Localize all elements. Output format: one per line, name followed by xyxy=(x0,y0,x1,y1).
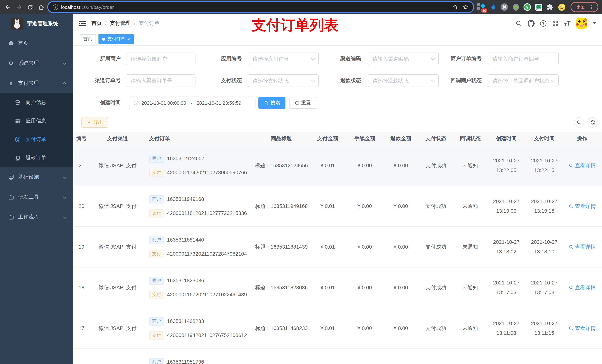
browser-forward-button[interactable] xyxy=(13,1,24,13)
active-tag-dot xyxy=(102,38,105,41)
bookmark-star-icon[interactable] xyxy=(463,4,469,10)
browser-back-button[interactable] xyxy=(2,1,13,13)
tag-home[interactable]: 首页 xyxy=(80,34,96,44)
search-icon xyxy=(569,245,573,249)
breadcrumb-pay[interactable]: 支付管理 xyxy=(110,20,131,27)
cell-refund-amount: ¥ 0.00 xyxy=(383,325,418,332)
sidebar-item-refund-order[interactable]: 退款订单 xyxy=(0,149,73,167)
export-button[interactable]: 导出 xyxy=(81,117,108,128)
toggle-search-button[interactable] xyxy=(574,117,584,128)
view-detail-link[interactable]: 查看详情 xyxy=(569,203,596,210)
extension-green-dot-icon[interactable] xyxy=(511,2,520,12)
share-icon[interactable] xyxy=(452,4,458,10)
search-icon xyxy=(569,285,573,290)
view-detail-link[interactable]: 查看详情 xyxy=(569,243,596,250)
sidebar-logo[interactable]: 芋道管理系统 xyxy=(0,14,73,33)
sidebar-item-workflow[interactable]: 工作流程 xyxy=(0,207,73,227)
reset-button[interactable]: 重置 xyxy=(289,97,316,109)
extension-command-icon[interactable]: ⌘ xyxy=(500,2,509,12)
refresh-icon xyxy=(294,100,299,105)
cell-notify-status: 未通知 xyxy=(453,243,487,250)
search-icon xyxy=(264,100,269,105)
cell-order-id: 17 xyxy=(74,325,89,332)
table-row[interactable]: 商户 1635311951796 支付 查看详情 xyxy=(74,349,602,364)
cell-refund-amount: ¥ 0.00 xyxy=(383,203,418,210)
shop-icon xyxy=(14,100,21,105)
browser-menu-dots-icon[interactable]: ⋮ xyxy=(589,4,594,10)
page-annotation: 支付订单列表 xyxy=(252,15,338,35)
cell-actions: 查看详情 xyxy=(563,162,602,169)
yen-icon: ¥ xyxy=(8,80,14,86)
channel-transaction-no: 4200001174202110278060590766 xyxy=(167,169,247,176)
cell-pay-amount: ¥ 0.01 xyxy=(309,325,346,332)
sidebar-item-app-info[interactable]: 应用信息 xyxy=(0,112,73,130)
merchant-order-no: 1635312124657 xyxy=(167,155,204,162)
breadcrumb-home[interactable]: 首页 xyxy=(91,20,102,27)
extension-chat-icon[interactable] xyxy=(534,2,543,12)
chevron-down-icon xyxy=(63,216,67,218)
table-row[interactable]: 20 微信 JSAPI 支付 商户 1635311949168 支付 42000… xyxy=(74,186,602,227)
help-icon[interactable]: ? xyxy=(540,20,547,26)
fullscreen-icon[interactable] xyxy=(552,20,559,27)
toolbox-icon xyxy=(8,194,14,200)
view-detail-link[interactable]: 查看详情 xyxy=(569,284,596,291)
github-icon[interactable] xyxy=(527,20,535,27)
avatar[interactable] xyxy=(576,18,587,29)
cell-actions: 查看详情 xyxy=(563,203,602,210)
sidebar-toggle-button[interactable] xyxy=(79,21,86,26)
avatar-caret-icon[interactable] xyxy=(593,22,596,24)
sidebar-item-pay[interactable]: ¥ 支付管理 xyxy=(0,73,73,93)
extension-diamond-icon[interactable]: 10 xyxy=(477,2,486,12)
logo-rabbit-image xyxy=(11,18,23,30)
search-icon xyxy=(569,163,573,168)
sidebar-item-pay-order[interactable]: 支付订单 xyxy=(0,130,73,149)
merchant-order-no-input[interactable] xyxy=(492,56,549,62)
channel-code-select[interactable] xyxy=(372,56,429,62)
download-icon xyxy=(87,120,91,125)
extensions-puzzle-icon[interactable] xyxy=(546,2,555,12)
view-detail-link[interactable]: 查看详情 xyxy=(569,325,596,332)
profile-emoji-icon[interactable] xyxy=(557,2,566,12)
sidebar-item-infra[interactable]: 基础设施 xyxy=(0,167,73,187)
table-row[interactable]: 17 微信 JSAPI 支付 商户 1635311468233 支付 42000… xyxy=(74,308,602,349)
font-size-icon[interactable]: TT xyxy=(564,20,570,26)
grid-icon xyxy=(14,118,21,124)
merchant-input[interactable] xyxy=(131,56,185,62)
cell-pay-order: 商户 1635311951796 支付 xyxy=(146,358,254,364)
address-bar[interactable]: i localhost:1024/pay/order xyxy=(48,2,473,12)
browser-home-button[interactable] xyxy=(35,1,47,13)
cell-pay-order: 商户 1635311468233 支付 42000011942021102767… xyxy=(146,317,254,339)
sidebar-item-merchant-info[interactable]: 商户信息 xyxy=(0,93,73,112)
sidebar-item-label: 系统管理 xyxy=(18,60,39,67)
tag-pay-order[interactable]: 支付订单 × xyxy=(98,34,134,44)
search-button[interactable]: 搜索 xyxy=(258,97,285,109)
extension-y-icon[interactable]: y xyxy=(523,2,532,12)
refresh-table-button[interactable] xyxy=(588,117,598,128)
channel-order-no-input[interactable] xyxy=(131,78,185,83)
pay-order-icon xyxy=(14,136,21,142)
header-search-icon[interactable] xyxy=(515,20,522,27)
tag-close-icon[interactable]: × xyxy=(127,37,130,41)
site-info-icon[interactable]: i xyxy=(53,4,58,10)
notify-status-select[interactable] xyxy=(492,78,549,83)
table-row[interactable]: 19 微信 JSAPI 支付 商户 1635311881440 支付 42000… xyxy=(74,227,602,268)
cell-fee-amount: ¥ 0.00 xyxy=(346,284,383,291)
pay-status-select[interactable] xyxy=(252,78,309,83)
browser-update-button[interactable]: 更新 ⋮ xyxy=(570,2,598,12)
view-detail-link[interactable]: 查看详情 xyxy=(569,162,596,169)
refund-status-select[interactable] xyxy=(372,78,429,83)
sidebar-item-system[interactable]: ⚙ 系统管理 xyxy=(0,53,73,73)
sidebar-item-dev-tools[interactable]: 研发工具 xyxy=(0,187,73,207)
cell-pay-order: 商户 1635312124657 支付 42000011742021102780… xyxy=(146,155,254,177)
date-range-input[interactable]: 2021-10-01 00:00:00 - 2021-10-31 23:59:5… xyxy=(129,96,256,109)
refund-docs-icon xyxy=(14,155,21,161)
sidebar-item-home[interactable]: 首页 xyxy=(0,33,73,53)
filter-merchant-order-no: 商户订单编号 xyxy=(439,52,559,65)
breadcrumb: 首页 / 支付管理 / 支付订单 xyxy=(91,20,160,27)
app-id-select[interactable] xyxy=(252,56,309,62)
table-row[interactable]: 21 微信 JSAPI 支付 商户 1635312124657 支付 42000… xyxy=(74,145,602,186)
cell-fee-amount: ¥ 0.00 xyxy=(346,325,383,332)
extension-kite-icon[interactable] xyxy=(488,2,497,12)
table-row[interactable]: 18 微信 JSAPI 支付 商户 1635311823086 支付 42000… xyxy=(74,268,602,308)
browser-reload-button[interactable] xyxy=(24,1,35,13)
